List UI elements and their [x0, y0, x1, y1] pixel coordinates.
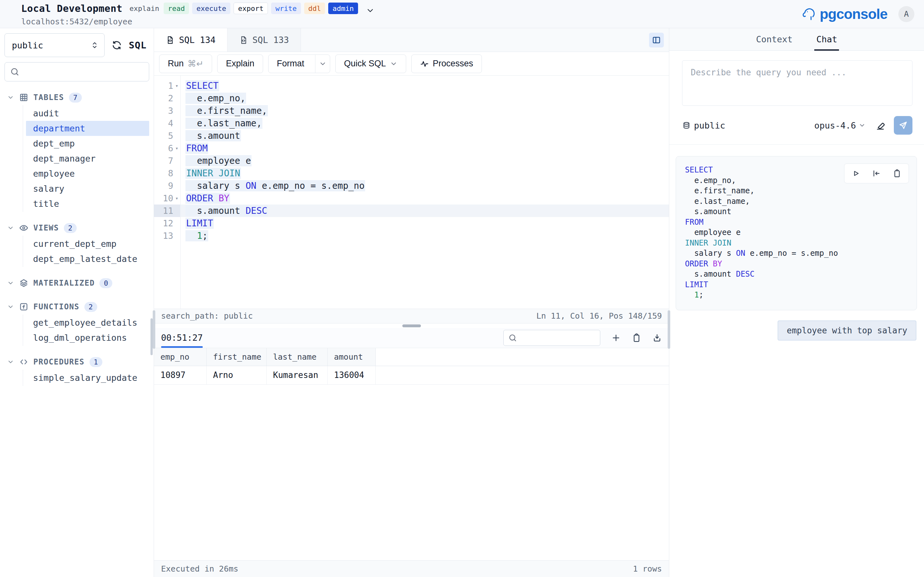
sql-code-editor[interactable]: 1▾SELECT2 e.emp_no,3 e.first_name,4 e.la…: [154, 76, 669, 309]
code-line-13[interactable]: 13 1;: [154, 229, 669, 242]
code-line-9[interactable]: 9 salary s ON e.emp_no = s.emp_no: [154, 179, 669, 192]
code-line-12[interactable]: 12LIMIT: [154, 217, 669, 229]
sidebar-search[interactable]: [5, 62, 149, 81]
activity-pulse-icon: [420, 59, 429, 68]
line-gutter: 7: [154, 155, 180, 167]
tree-section-header-procedures[interactable]: PROCEDURES1: [5, 354, 149, 370]
column-header-last_name[interactable]: last_name: [267, 348, 328, 366]
split-panel-button[interactable]: [649, 33, 664, 47]
chevron-down-icon: [390, 60, 397, 68]
code-line-2[interactable]: 2 e.emp_no,: [154, 92, 669, 105]
insert-into-editor-icon[interactable]: [872, 169, 881, 178]
refresh-schema-button[interactable]: [111, 39, 123, 51]
code-line-5[interactable]: 5 s.amount: [154, 129, 669, 142]
query-description-input[interactable]: [682, 60, 913, 106]
editor-tab-sql-134[interactable]: SQL 134: [154, 28, 228, 52]
connection-menu-button[interactable]: [366, 6, 375, 15]
model-selector[interactable]: opus-4.6: [814, 121, 866, 131]
sidebar-search-input[interactable]: [23, 67, 144, 77]
clipboard-icon: [632, 333, 641, 343]
column-header-amount[interactable]: amount: [328, 348, 376, 366]
tree-section-header-functions[interactable]: FUNCTIONS2: [5, 299, 149, 314]
sql-mode-label[interactable]: SQL: [129, 40, 147, 51]
line-gutter: 5: [154, 129, 180, 142]
tree-item-log_dml_operations[interactable]: log_dml_operations: [26, 330, 149, 345]
connection-info: Local Development explainreadexecuteexpo…: [21, 0, 375, 28]
tree-section-header-views[interactable]: VIEWS2: [5, 220, 149, 235]
clear-chat-button[interactable]: [875, 120, 885, 131]
code-line-8[interactable]: 8INNER JOIN: [154, 167, 669, 179]
tree-item-salary[interactable]: salary: [26, 181, 149, 196]
run-query-icon[interactable]: [851, 169, 861, 178]
line-number: 7: [168, 156, 173, 166]
line-number: 11: [163, 206, 173, 216]
add-result-tab-button[interactable]: [611, 333, 621, 343]
format-button[interactable]: Format: [268, 55, 330, 73]
assistant-tab-context[interactable]: Context: [756, 28, 793, 50]
send-button[interactable]: [894, 116, 913, 135]
run-button[interactable]: Run ⌘↵: [159, 55, 212, 73]
assistant-tab-chat[interactable]: Chat: [816, 28, 837, 50]
results-search[interactable]: [503, 330, 600, 346]
schema-select[interactable]: public: [5, 33, 105, 57]
code-line-6[interactable]: 6▾FROM: [154, 142, 669, 155]
column-header-emp_no[interactable]: emp_no: [154, 348, 207, 366]
copy-sql-icon[interactable]: [893, 169, 901, 178]
fold-arrow-icon[interactable]: ▾: [173, 195, 180, 201]
format-dropdown-button[interactable]: [315, 55, 330, 73]
tree-item-audit[interactable]: audit: [26, 106, 149, 121]
assistant-code-line: s.amount: [685, 206, 908, 217]
result-timer-tab[interactable]: 00:51:27: [161, 328, 203, 348]
tree-item-simple_salary_update[interactable]: simple_salary_update: [26, 370, 149, 385]
line-gutter: 13: [154, 229, 180, 242]
code-line-10[interactable]: 10▾ORDER BY: [154, 192, 669, 205]
fold-arrow-icon[interactable]: ▾: [173, 145, 180, 151]
splitter-drag-handle[interactable]: [402, 324, 421, 327]
eraser-icon: [875, 120, 885, 131]
tree-item-employee[interactable]: employee: [26, 166, 149, 181]
avatar[interactable]: A: [898, 6, 914, 22]
code-line-3[interactable]: 3 e.first_name,: [154, 105, 669, 117]
results-grid-empty-area: [154, 385, 669, 561]
editor-tab-label: SQL 134: [179, 35, 216, 45]
tree-item-dept_emp[interactable]: dept_emp: [26, 136, 149, 151]
tree-section-procedures: PROCEDURES1simple_salary_update: [5, 354, 149, 386]
search-icon: [508, 334, 517, 342]
row-count: 1 rows: [633, 564, 662, 574]
code-line-11[interactable]: 11 s.amount DESC: [154, 205, 669, 217]
editor-tab-sql-133[interactable]: SQL 133: [228, 28, 301, 52]
run-label: Run: [168, 59, 184, 69]
permission-badge-read: read: [164, 3, 189, 14]
sidebar-resize-handle[interactable]: [153, 310, 155, 349]
tree-item-dept_emp_latest_date[interactable]: dept_emp_latest_date: [26, 251, 149, 266]
explain-button[interactable]: Explain: [217, 55, 263, 73]
quick-sql-button[interactable]: Quick SQL: [335, 55, 406, 73]
assistant-resize-handle[interactable]: [668, 310, 670, 349]
fold-arrow-icon[interactable]: ▾: [173, 83, 180, 89]
tree-item-get_employee_details[interactable]: get_employee_details: [26, 315, 149, 330]
code-line-7[interactable]: 7 employee e: [154, 155, 669, 167]
tree-section-items-functions: get_employee_detailslog_dml_operations: [23, 314, 149, 346]
column-header-first_name[interactable]: first_name: [207, 348, 267, 366]
tree-item-dept_manager[interactable]: dept_manager: [26, 151, 149, 166]
code-token: salary s: [685, 249, 736, 258]
code-token: e.last_name,: [186, 118, 262, 129]
download-results-button[interactable]: [652, 333, 662, 343]
sidebar-scrollbar[interactable]: [150, 318, 153, 355]
tree-item-current_dept_emp[interactable]: current_dept_emp: [26, 236, 149, 251]
results-search-input[interactable]: [520, 334, 619, 342]
elephant-logo-icon: [800, 6, 817, 23]
tree-section-header-tables[interactable]: TABLES7: [5, 90, 149, 105]
tree-item-title[interactable]: title: [26, 196, 149, 211]
code-line-4[interactable]: 4 e.last_name,: [154, 117, 669, 129]
table-row[interactable]: 10897ArnoKumaresan136004: [154, 366, 669, 385]
tree-item-department[interactable]: department: [26, 121, 149, 136]
chat-messages: SELECT e.emp_no, e.first_name, e.last_na…: [669, 145, 924, 577]
app-header: Local Development explainreadexecuteexpo…: [0, 0, 924, 28]
copy-results-button[interactable]: [632, 333, 641, 343]
code-token: e.last_name,: [685, 197, 750, 206]
processes-button[interactable]: Processes: [411, 55, 482, 73]
chevron-down-icon: [859, 122, 866, 129]
code-line-1[interactable]: 1▾SELECT: [154, 79, 669, 92]
tree-section-header-materialized[interactable]: MATERIALIZED0: [5, 276, 149, 291]
